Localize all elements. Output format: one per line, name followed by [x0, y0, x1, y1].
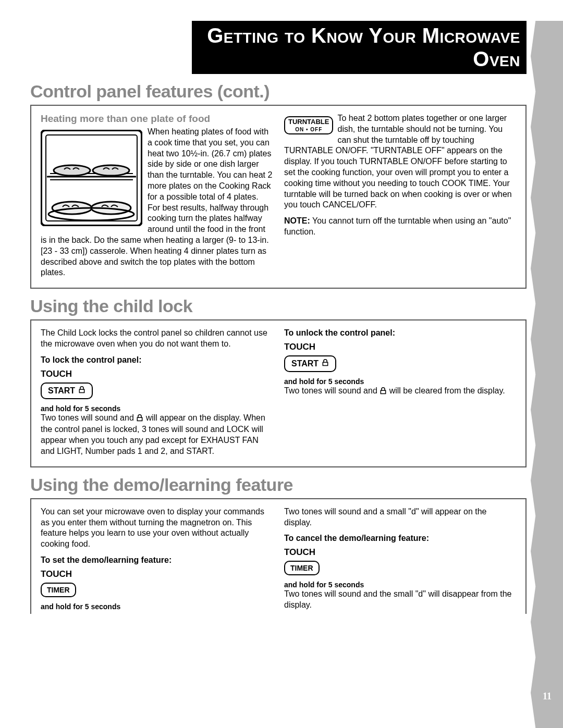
lock-icon: [78, 386, 85, 396]
start-button: START: [284, 355, 336, 372]
col-demo-cancel: Two tones will sound and a small "d" wil…: [284, 507, 516, 611]
section-title-child-lock: Using the child lock: [30, 296, 527, 316]
demo-intro: You can set your microwave oven to displ…: [41, 507, 273, 550]
lock-icon: [322, 359, 329, 368]
touch-label: TOUCH: [284, 547, 516, 558]
col-demo-set: You can set your microwave oven to displ…: [41, 507, 273, 611]
svg-point-6: [93, 165, 129, 176]
start-button: START: [41, 382, 93, 399]
hold-text: and hold for 5 seconds: [284, 377, 516, 386]
page-content: Getting to Know Your Microwave Oven Cont…: [30, 21, 527, 614]
section-box-demo: You can set your microwave oven to displ…: [30, 498, 527, 614]
col-unlock: To unlock the control panel: TOUCH START…: [284, 328, 516, 457]
demo-cancel-head: To cancel the demo/learning feature:: [284, 533, 516, 544]
timer-button: TIMER: [284, 561, 320, 575]
chapter-header: Getting to Know Your Microwave Oven: [192, 21, 527, 74]
hold-text: and hold for 5 seconds: [284, 581, 516, 589]
unlock-panel-head: To unlock the control panel:: [284, 328, 516, 339]
section-box-control-panel: Heating more than one plate of food: [30, 105, 527, 289]
microwave-interior-illustration: [41, 130, 142, 229]
col-turntable-off: TURNTABLE ON • OFF To heat 2 bottom plat…: [284, 113, 516, 278]
turntable-button: TURNTABLE ON • OFF: [284, 116, 333, 134]
demo-cancel-result: Two tones will sound and the small "d" w…: [284, 589, 516, 611]
demo-set-head: To set the demo/learning feature:: [41, 555, 273, 566]
touch-label: TOUCH: [41, 369, 273, 379]
touch-label: TOUCH: [284, 342, 516, 352]
col-heating-plates: Heating more than one plate of food: [41, 113, 273, 278]
lock-panel-head: To lock the control panel:: [41, 355, 273, 366]
section-box-child-lock: The Child Lock locks the control panel s…: [30, 319, 527, 467]
note-label: NOTE:: [284, 216, 310, 225]
unlock-result-post: will be cleared from the display.: [389, 386, 505, 395]
hold-text: and hold for 5 seconds: [41, 602, 273, 611]
hold-text: and hold for 5 seconds: [41, 404, 273, 413]
demo-set-result: Two tones will sound and a small "d" wil…: [284, 507, 516, 528]
svg-point-5: [54, 165, 90, 176]
col-lock: The Child Lock locks the control panel s…: [41, 328, 273, 457]
lock-icon: [380, 387, 387, 398]
section-title-control-panel: Control panel features (cont.): [30, 81, 527, 102]
childlock-intro: The Child Lock locks the control panel s…: [41, 328, 273, 350]
section-title-demo: Using the demo/learning feature: [30, 475, 527, 495]
page-number: 11: [543, 691, 552, 702]
note-body: You cannot turn off the turntable when u…: [284, 216, 511, 236]
touch-label: TOUCH: [41, 569, 273, 579]
timer-button: TIMER: [41, 583, 76, 597]
subhead-heating: Heating more than one plate of food: [41, 113, 273, 125]
lock-icon: [136, 414, 143, 425]
unlock-result-pre: Two tones will sound and: [284, 386, 380, 395]
sidebar-wave-decoration: [531, 21, 563, 728]
lock-result-pre: Two tones will sound and: [41, 413, 136, 422]
